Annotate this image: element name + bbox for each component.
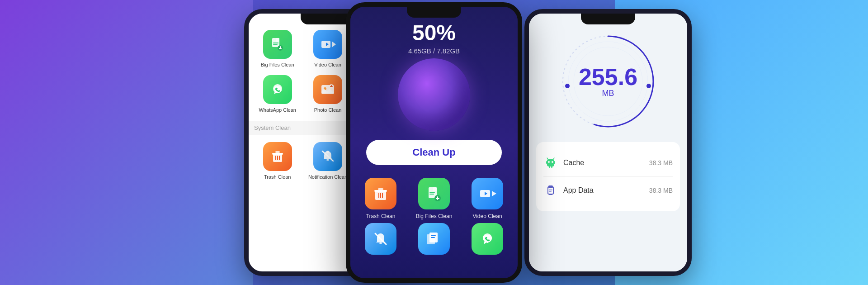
svg-rect-62: [549, 166, 550, 168]
trash-clean-label: Trash Clean: [264, 174, 291, 180]
list-item[interactable]: [358, 223, 404, 255]
center-bigfiles-label: Big Files Clean: [416, 213, 453, 219]
center-icons-row1: Trash Clean: [358, 178, 510, 219]
center-video-label: Video Clean: [472, 213, 502, 219]
cache-row: Cache 38.3 MB: [543, 149, 673, 177]
notch-right: [581, 14, 635, 24]
cache-label: Cache: [563, 159, 584, 167]
whatsapp-clean-icon: [263, 75, 292, 104]
big-files-icon: [263, 30, 292, 59]
trash-clean-icon: [263, 142, 292, 171]
list-item[interactable]: Big Files Clean: [254, 30, 301, 68]
svg-point-58: [548, 161, 550, 163]
storage-display: 4.65GB / 7.82GB: [408, 47, 460, 55]
android-icon: [543, 156, 558, 170]
appdata-value: 38.3 MB: [649, 187, 673, 194]
svg-rect-41: [436, 198, 439, 199]
notification-clean-label: Notification Clean: [308, 174, 347, 180]
center-icons-row2: [358, 223, 510, 255]
photo-clean-label: Photo Clean: [314, 107, 342, 113]
svg-rect-21: [272, 153, 283, 155]
center-trash-label: Trash Clean: [366, 213, 396, 219]
svg-marker-8: [332, 42, 336, 47]
data-card: Cache 38.3 MB: [536, 142, 680, 211]
svg-rect-36: [433, 187, 437, 191]
svg-rect-25: [279, 156, 280, 160]
svg-rect-67: [549, 190, 552, 190]
center-notif-icon: [365, 223, 396, 255]
svg-rect-61: [554, 161, 555, 164]
center-trash-icon: [365, 178, 396, 209]
svg-point-57: [646, 84, 651, 88]
svg-rect-19: [330, 86, 333, 87]
svg-rect-38: [429, 194, 434, 195]
phones-container: Big Files Clean Video Clean: [0, 0, 868, 285]
video-clean-icon: [313, 30, 342, 59]
appdata-icon: [543, 183, 558, 198]
notch-center: [407, 7, 461, 18]
svg-rect-68: [549, 191, 552, 192]
svg-rect-24: [277, 156, 278, 160]
list-item[interactable]: Photo Clean: [304, 75, 351, 113]
svg-rect-66: [549, 194, 552, 195]
cache-row-left: Cache: [543, 156, 584, 170]
circle-meter: 255.6 MB: [536, 32, 680, 131]
svg-rect-3: [273, 44, 278, 45]
svg-rect-34: [382, 193, 383, 198]
svg-rect-2: [273, 43, 278, 43]
svg-rect-33: [380, 193, 381, 198]
list-item[interactable]: WhatsApp Clean: [254, 75, 301, 113]
svg-rect-60: [546, 161, 547, 164]
svg-rect-50: [431, 237, 435, 238]
orb-visual: [393, 58, 475, 131]
svg-point-56: [565, 84, 570, 88]
percentage-display: 50%: [412, 21, 456, 45]
appdata-label: App Data: [563, 186, 594, 195]
list-item[interactable]: Trash Clean: [358, 178, 404, 219]
photo-clean-icon: [313, 75, 342, 104]
svg-rect-6: [279, 48, 282, 49]
list-item[interactable]: Video Clean: [304, 30, 351, 68]
list-item[interactable]: Notification Clean: [304, 142, 351, 180]
svg-rect-63: [551, 166, 552, 168]
svg-rect-23: [275, 156, 276, 160]
list-item[interactable]: Video Clean: [464, 178, 510, 219]
list-item[interactable]: Trash Clean: [254, 142, 301, 180]
svg-rect-22: [275, 151, 280, 153]
center-video-icon: [472, 178, 503, 209]
meter-center: 255.6 MB: [579, 65, 637, 98]
svg-rect-45: [379, 242, 382, 244]
video-clean-label: Video Clean: [314, 62, 341, 68]
phone-right: 255.6 MB: [524, 9, 692, 276]
phone-center: 50% 4.65GB / 7.82GB Clean Up: [346, 2, 522, 283]
whatsapp-clean-label: WhatsApp Clean: [259, 107, 296, 113]
svg-rect-37: [429, 192, 435, 193]
big-files-label: Big Files Clean: [261, 62, 294, 68]
center-whatsapp-icon: [472, 223, 503, 255]
meter-value: 255.6: [579, 65, 637, 89]
svg-rect-1: [276, 38, 279, 42]
clean-up-button[interactable]: Clean Up: [366, 140, 502, 165]
svg-marker-43: [492, 191, 496, 196]
meter-unit: MB: [602, 89, 614, 98]
list-item[interactable]: [464, 223, 510, 255]
svg-rect-31: [378, 188, 383, 190]
svg-rect-32: [378, 193, 379, 198]
svg-point-27: [326, 151, 329, 153]
svg-point-59: [552, 161, 553, 163]
svg-rect-26: [326, 159, 329, 161]
list-item[interactable]: [411, 223, 457, 255]
list-item[interactable]: Big Files Clean: [411, 178, 457, 219]
appdata-row: App Data 38.3 MB: [543, 177, 673, 204]
appdata-row-left: App Data: [543, 183, 594, 198]
svg-rect-30: [374, 190, 387, 192]
center-bigfiles-icon: [418, 178, 450, 209]
notification-clean-icon: [313, 142, 342, 171]
orb-sphere: [398, 58, 470, 131]
center-dup-icon: [418, 223, 450, 255]
cache-value: 38.3 MB: [649, 159, 673, 166]
svg-rect-49: [431, 235, 436, 236]
